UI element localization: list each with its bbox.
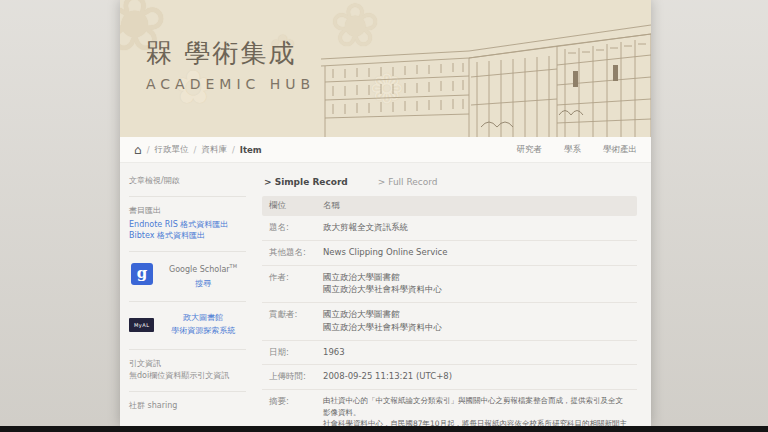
record-panel: > Simple Record> Full Record 欄位 名稱 題名:政大… (254, 163, 651, 426)
sidebar-section-library: MyAL 政大圖書館 學術資源探索系統 (129, 301, 246, 349)
breadcrumb-separator: / (194, 145, 197, 155)
record-table-body: 題名:政大剪報全文資訊系統其他題名:News Clipping Online S… (262, 216, 637, 426)
row-value: News Clipping Online Service (323, 246, 448, 259)
row-label: 題名: (269, 221, 313, 234)
breadcrumb-items: /行政單位/資料庫/Item (147, 144, 262, 156)
tab-full-record[interactable]: > Full Record (378, 177, 438, 187)
nav-link[interactable]: 研究者 (517, 144, 543, 156)
breadcrumb-item[interactable]: 資料庫 (201, 144, 227, 156)
google-scholar-icon[interactable]: g (131, 263, 153, 285)
sidebar-section-citation: 引文資訊 無doi欄位資料顯示引文資訊 (129, 349, 246, 391)
citation-title: 引文資訊 (129, 358, 246, 370)
breadcrumb-separator: / (147, 145, 150, 155)
table-row: 其他題名:News Clipping Online Service (262, 241, 637, 266)
logo-title-text: 學術集成 (184, 38, 296, 68)
nav-link[interactable]: 學系 (564, 144, 581, 156)
navbar: ⌂ /行政單位/資料庫/Item 研究者學系學術產出 (120, 137, 651, 163)
library-discovery-badge[interactable]: MyAL (129, 318, 154, 332)
sidebar-section-scholar: g Google ScholarTM 搜尋 (129, 251, 246, 302)
table-row: 摘要:由社資中心的「中文報紙論文分類索引」與國關中心之剪報檔案整合而成，提供索引… (262, 390, 637, 426)
row-label: 日期: (269, 346, 313, 359)
row-value: 國立政治大學圖書館國立政治大學社會科學資料中心 (323, 271, 442, 297)
table-row: 題名:政大剪報全文資訊系統 (262, 216, 637, 241)
table-row: 上傳時間:2008-09-25 11:13:21 (UTC+8) (262, 365, 637, 390)
row-value: 國立政治大學圖書館國立政治大學社會科學資料中心 (323, 308, 442, 334)
row-value: 由社資中心的「中文報紙論文分類索引」與國關中心之剪報檔案整合而成，提供索引及全文… (323, 395, 630, 426)
home-icon[interactable]: ⌂ (134, 144, 142, 156)
row-label: 貢獻者: (269, 308, 313, 334)
export-link[interactable]: Bibtex 格式資料匯出 (129, 231, 246, 242)
site-logo-chinese: 槑 學術集成 (146, 36, 315, 71)
table-header: 欄位 名稱 (262, 196, 637, 216)
export-link[interactable]: Endnote RIS 格式資料匯出 (129, 220, 246, 231)
logo-emblem-glyph: 槑 (146, 38, 174, 68)
breadcrumb-separator: / (232, 145, 235, 155)
row-label: 上傳時間: (269, 370, 313, 383)
breadcrumb-item[interactable]: 行政單位 (155, 144, 189, 156)
row-label: 其他題名: (269, 246, 313, 259)
library-discovery-link[interactable]: 政大圖書館 學術資源探索系統 (160, 312, 246, 338)
breadcrumb-item: Item (240, 145, 262, 155)
table-row: 日期:1963 (262, 341, 637, 366)
desktop-background: ❀ ✿ ❀ ❁ ✿ (0, 0, 768, 432)
row-value: 2008-09-25 11:13:21 (UTC+8) (323, 370, 452, 383)
campus-building-illustration (321, 15, 651, 137)
sidebar-section-sharing: 社群 sharing (129, 391, 246, 421)
breadcrumb: ⌂ /行政單位/資料庫/Item (134, 144, 262, 156)
record-tabs: > Simple Record> Full Record (264, 177, 637, 187)
site-logo[interactable]: 槑 學術集成 ACADEMIC HUB (146, 36, 315, 92)
tab-simple-record[interactable]: > Simple Record (264, 177, 348, 187)
sidebar-section-export: 書目匯出 Endnote RIS 格式資料匯出Bibtex 格式資料匯出 (129, 196, 246, 251)
row-value: 1963 (323, 346, 345, 359)
site-banner: ❀ ✿ ❀ ❁ ✿ (120, 0, 651, 137)
taskbar-strip (0, 426, 768, 432)
google-scholar-label: Google ScholarTM (160, 263, 246, 276)
site-logo-english: ACADEMIC HUB (146, 76, 315, 92)
table-row: 作者:國立政治大學圖書館國立政治大學社會科學資料中心 (262, 266, 637, 304)
article-view-label[interactable]: 文章檢視/開啟 (129, 176, 180, 185)
row-label: 摘要: (269, 395, 313, 426)
table-header-field: 欄位 (269, 200, 313, 212)
sharing-label: 社群 sharing (129, 401, 177, 410)
sidebar-section-article-view: 文章檢視/開啟 (129, 167, 246, 196)
export-links: Endnote RIS 格式資料匯出Bibtex 格式資料匯出 (129, 220, 246, 242)
scholar-search-link[interactable]: 搜尋 (160, 278, 246, 290)
table-header-name: 名稱 (323, 200, 340, 212)
row-label: 作者: (269, 271, 313, 297)
nav-link[interactable]: 學術產出 (603, 144, 637, 156)
content-area: 文章檢視/開啟 書目匯出 Endnote RIS 格式資料匯出Bibtex 格式… (120, 163, 651, 426)
row-value: 政大剪報全文資訊系統 (323, 221, 408, 234)
export-title: 書目匯出 (129, 205, 246, 217)
sidebar: 文章檢視/開啟 書目匯出 Endnote RIS 格式資料匯出Bibtex 格式… (120, 163, 254, 426)
nav-links: 研究者學系學術產出 (517, 144, 638, 156)
citation-note: 無doi欄位資料顯示引文資訊 (129, 370, 246, 382)
browser-page: ❀ ✿ ❀ ❁ ✿ (120, 0, 651, 426)
table-row: 貢獻者:國立政治大學圖書館國立政治大學社會科學資料中心 (262, 303, 637, 341)
